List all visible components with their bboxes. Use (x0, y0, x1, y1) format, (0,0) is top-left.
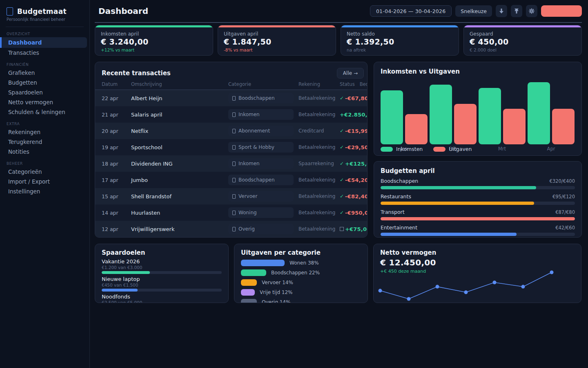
sidebar-item-import-export[interactable]: Import / Export (0, 177, 89, 186)
sidebar-item-spaardoelen[interactable]: Spaardoelen (0, 88, 89, 97)
gear-icon[interactable] (526, 5, 537, 17)
category-percent-label: Wonen 38% (290, 260, 319, 266)
category-badge: Inkomen (228, 158, 294, 169)
category-badge: Abonnement (228, 126, 294, 136)
budget-line: Boodschappen€320/€400 (381, 178, 575, 184)
sidebar-item-terugkerend[interactable]: Terugkerend (0, 137, 89, 147)
net-worth-card: Netto vermogen € 12.450,00 +€ 450 deze m… (373, 244, 581, 303)
date-range-input[interactable]: 01-04-2026 — 30-04-2026 (370, 5, 452, 17)
budget-line: Transport€87/€80 (381, 209, 575, 215)
table-row[interactable]: 22 aprAlbert HeijnBoodschappenBetaalreke… (95, 90, 367, 106)
category-percent-label: Boodschappen 22% (271, 270, 320, 276)
budget-progress-track (381, 233, 575, 236)
savings-goal: Nieuwe laptop€450 van €1.500 (102, 276, 222, 292)
transaction-amount: -€29,50 (345, 144, 368, 150)
view-all-button[interactable]: Alle → (337, 68, 364, 79)
category-icon-placeholder (232, 96, 236, 101)
category-rows: Wonen 38%Boodschappen 22%Vervoer 14%Vrij… (241, 260, 361, 303)
legend-item-inkomsten: Inkomsten (381, 146, 423, 152)
transaction-date: 18 apr (102, 161, 131, 167)
table-row[interactable]: 18 aprDividenden INGInkomenSpaarrekening… (95, 155, 367, 172)
transaction-meta-cell: Betaalrekening✓-€67,80 (298, 95, 364, 101)
net-worth-point (464, 290, 468, 294)
table-row[interactable]: 15 aprShell BrandstofVervoerBetaalrekeni… (95, 188, 367, 204)
table-row[interactable]: 20 aprNetflixAbonnementCreditcard✓-€15,9… (95, 123, 367, 139)
table-row[interactable]: 14 aprHuurlastenWoningBetaalrekening✓-€9… (95, 204, 367, 221)
budget-progress-fill (381, 186, 536, 189)
sidebar-item-dashboard[interactable]: Dashboard (0, 37, 87, 48)
download-icon[interactable] (496, 5, 507, 17)
transaction-amount: -€67,80 (345, 95, 368, 101)
upload-icon[interactable] (511, 5, 522, 17)
topbar: Dashboard 01-04-2026 — 30-04-2026 Snelke… (95, 0, 582, 23)
category-bar (241, 289, 255, 296)
transaction-account: Betaalrekening (298, 193, 340, 199)
nav-section-label: OVERZICHT (7, 32, 83, 36)
stat-label: Netto saldo (347, 31, 453, 37)
bar-uitgaven-mrt (503, 109, 526, 144)
sidebar-divider (6, 27, 84, 27)
net-worth-point (550, 271, 554, 274)
bar-inkomsten-apr (528, 82, 550, 144)
category-icon-placeholder (232, 162, 236, 166)
category-label: Boodschappen (238, 177, 275, 183)
goal-progress-label: €450 van €1.500 (102, 283, 222, 287)
table-row[interactable]: 17 aprJumboBoodschappenBetaalrekening✓-€… (95, 172, 367, 188)
primary-action-button[interactable] (541, 5, 582, 17)
stat-card: Netto saldo€ 1.392,50na aftrek (341, 25, 459, 56)
transaction-amount: -€82,40 (345, 193, 368, 200)
transaction-description: Huurlasten (131, 210, 228, 216)
category-percent-label: Vervoer 14% (262, 280, 293, 285)
goal-name: Vakantie 2026 (102, 258, 222, 265)
budget-amount: €320/€400 (550, 178, 575, 184)
sidebar-item-notities[interactable]: Notities (0, 147, 89, 157)
sidebar-item-categorie-n[interactable]: Categorieën (0, 167, 89, 177)
x-axis-label: Apr (547, 146, 555, 152)
budget-name: Restaurants (381, 193, 411, 200)
transaction-meta-cell: Spaarrekening✓+€125,00 (298, 161, 364, 167)
net-worth-line (380, 272, 552, 299)
net-worth-point (407, 297, 411, 301)
stat-card: Gespaard€ 450,00€ 2.000 doel (463, 25, 582, 56)
category-bar (241, 279, 257, 286)
transaction-description: Sportschool (131, 144, 228, 150)
category-icon-placeholder (232, 211, 236, 215)
stat-card: Uitgaven april€ 1.847,50-8% vs maart (218, 25, 336, 56)
transaction-amount-cell: ✓-€82,40 (340, 193, 368, 200)
sidebar-item-instellingen[interactable]: Instellingen (0, 186, 89, 196)
transaction-meta-cell: Betaalrekening✓-€29,50 (298, 144, 364, 150)
category-label: Boodschappen (238, 95, 275, 101)
stats-row: Inkomsten april€ 3.240,00+12% vs maartUi… (95, 25, 582, 56)
sidebar-item-netto-vermogen[interactable]: Netto vermogen (0, 97, 89, 107)
category-icon-placeholder (232, 227, 236, 231)
legend-label: Uitgaven (449, 146, 472, 152)
sidebar-item-budgetten[interactable]: Budgetten (0, 78, 89, 88)
transaction-amount: -€15,99 (345, 128, 368, 134)
transaction-description: Shell Brandstof (131, 193, 228, 200)
sidebar-item-grafieken[interactable]: Grafieken (0, 68, 89, 78)
table-row[interactable]: 19 aprSportschoolSport & HobbyBetaalreke… (95, 139, 367, 155)
transaction-account: Betaalrekening (298, 95, 340, 101)
transaction-category-cell: Abonnement (228, 126, 298, 136)
budget-name: Transport (381, 209, 405, 215)
budgets-card: Budgetten april Boodschappen€320/€400Res… (374, 161, 582, 238)
table-row[interactable]: 21 aprSalaris aprilInkomenBetaalrekening… (95, 106, 367, 123)
transaction-amount-cell: ✓-€950,00 (340, 210, 368, 216)
transaction-description: Albert Heijn (131, 95, 228, 101)
category-row: Vrije tijd 12% (241, 289, 361, 296)
sidebar-item-transacties[interactable]: Transacties (0, 48, 89, 58)
nav-section-label: BEHEER (7, 162, 83, 166)
quick-select-button[interactable]: Snelkeuze (455, 5, 492, 17)
budget-name: Entertainment (381, 224, 417, 231)
sidebar-item-rekeningen[interactable]: Rekeningen (0, 127, 89, 137)
income-vs-expense-card: Inkomsten vs Uitgaven JanFebMrtApr Inkom… (374, 62, 582, 156)
transaction-account: Spaarrekening (298, 161, 340, 166)
transaction-meta-cell: Creditcard✓-€15,99 (298, 128, 364, 134)
category-label: Sport & Hobby (238, 144, 274, 150)
category-badge: Inkomen (228, 109, 294, 120)
sidebar-item-schulden-leningen[interactable]: Schulden & leningen (0, 107, 89, 117)
transaction-account: Betaalrekening (298, 112, 340, 117)
table-row[interactable]: 12 aprVrijwilligerswerkOverigBetaalreken… (95, 221, 367, 237)
stat-value: € 3.240,00 (101, 37, 207, 46)
x-axis-label: Mrt (498, 146, 506, 152)
